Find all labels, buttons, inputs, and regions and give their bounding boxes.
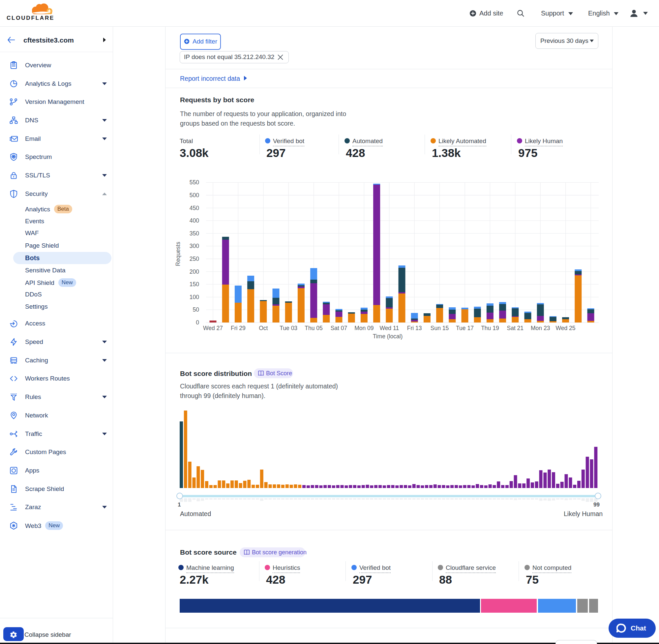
svg-text:0: 0 (196, 319, 199, 326)
svg-text:550: 550 (190, 179, 199, 186)
svg-text:Wed 11: Wed 11 (379, 325, 399, 331)
svg-text:Time (local): Time (local) (373, 333, 403, 340)
svg-text:450: 450 (190, 205, 199, 211)
svg-text:500: 500 (190, 192, 199, 199)
svg-text:Fri 13: Fri 13 (407, 325, 422, 331)
svg-text:400: 400 (190, 217, 199, 224)
svg-text:Requests: Requests (175, 242, 181, 266)
svg-text:350: 350 (190, 230, 199, 237)
svg-text:Tue 17: Tue 17 (456, 325, 474, 331)
svg-text:250: 250 (190, 256, 199, 262)
svg-text:50: 50 (193, 306, 199, 313)
svg-text:300: 300 (190, 243, 199, 249)
svg-text:Thu 05: Thu 05 (305, 325, 323, 331)
svg-text:Sat 07: Sat 07 (331, 325, 348, 331)
svg-text:200: 200 (190, 269, 199, 275)
svg-text:Wed 27: Wed 27 (203, 325, 223, 331)
svg-text:Fri 29: Fri 29 (231, 325, 245, 331)
svg-text:Sun 15: Sun 15 (430, 325, 449, 331)
svg-text:Thu 19: Thu 19 (481, 325, 499, 331)
svg-text:Wed 25: Wed 25 (556, 325, 575, 331)
svg-text:100: 100 (190, 294, 199, 300)
svg-text:Sat 21: Sat 21 (507, 325, 523, 331)
svg-text:150: 150 (190, 281, 199, 288)
svg-text:Oct: Oct (259, 325, 268, 331)
svg-text:Mon 23: Mon 23 (531, 325, 550, 331)
svg-text:Mon 09: Mon 09 (354, 325, 374, 331)
svg-text:Tue 03: Tue 03 (280, 325, 297, 331)
